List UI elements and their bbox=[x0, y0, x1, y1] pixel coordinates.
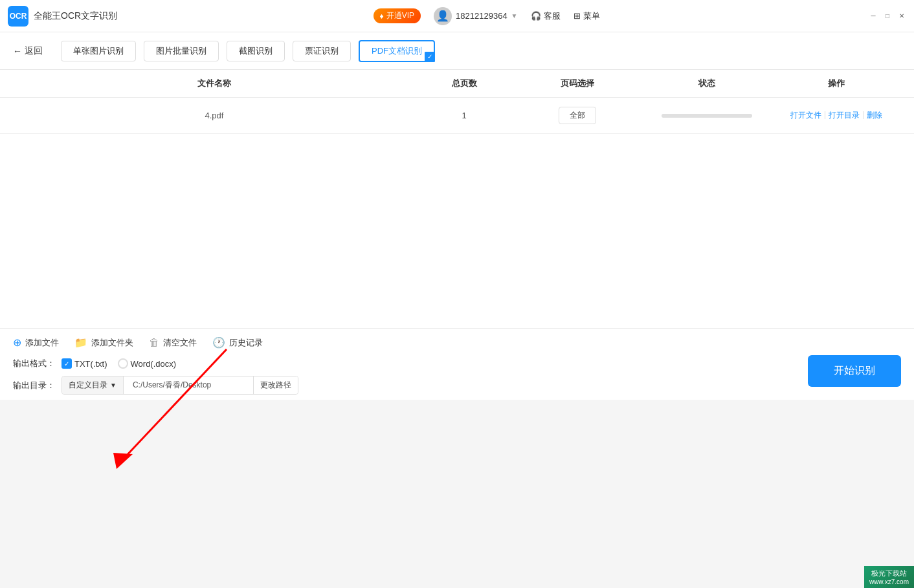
clear-files-button[interactable]: 🗑 清空文件 bbox=[149, 337, 197, 349]
toolbar: ← 返回 单张图片识别 图片批量识别 截图识别 票证识别 PDF文档识别 ✓ bbox=[0, 32, 914, 70]
vip-button[interactable]: ♦ 开通VIP bbox=[373, 8, 421, 23]
menu-button[interactable]: ⊞ 菜单 bbox=[574, 10, 600, 22]
change-path-button[interactable]: 更改路径 bbox=[253, 376, 298, 394]
history-button[interactable]: 🕐 历史记录 bbox=[212, 336, 263, 349]
format-label: 输出格式： bbox=[13, 358, 55, 369]
add-file-button[interactable]: ⊕ 添加文件 bbox=[13, 336, 59, 349]
bottom-settings: 输出格式： ✓ TXT(.txt) Word(.docx) bbox=[13, 358, 901, 369]
back-arrow-icon: ← bbox=[13, 46, 22, 56]
dir-label: 输出目录： bbox=[13, 380, 55, 391]
minimize-button[interactable]: ─ bbox=[869, 12, 878, 21]
format-docx[interactable]: Word(.docx) bbox=[118, 358, 177, 369]
cell-pages: 1 bbox=[416, 111, 513, 120]
format-radio-group: ✓ TXT(.txt) Word(.docx) bbox=[61, 358, 176, 369]
separator-1: | bbox=[824, 110, 826, 121]
tab-batch-image[interactable]: 图片批量识别 bbox=[144, 41, 219, 61]
page-select-button[interactable]: 全部 bbox=[559, 107, 596, 124]
table-header: 文件名称 总页数 页码选择 状态 操作 bbox=[0, 70, 914, 98]
dir-row: 输出目录： 自定义目录 ▼ C:/Users/香香/Desktop 更改路径 bbox=[13, 376, 901, 395]
close-button[interactable]: ✕ bbox=[897, 12, 906, 21]
folder-plus-icon: 📁 bbox=[74, 336, 87, 349]
tab-pdf[interactable]: PDF文档识别 ✓ bbox=[359, 40, 435, 62]
dir-select: 自定义目录 ▼ C:/Users/香香/Desktop 更改路径 bbox=[61, 376, 298, 395]
content-area bbox=[0, 134, 914, 328]
bottom-bar: ⊕ 添加文件 📁 添加文件夹 🗑 清空文件 🕐 历史记录 输出格式： ✓ TXT… bbox=[0, 328, 914, 400]
cell-status bbox=[642, 114, 772, 118]
window-controls: ─ □ ✕ bbox=[869, 12, 906, 21]
tab-single-image[interactable]: 单张图片识别 bbox=[61, 41, 136, 61]
maximize-button[interactable]: □ bbox=[883, 12, 892, 21]
watermark: 极光下载站 www.xz7.com bbox=[864, 566, 914, 588]
col-pages: 总页数 bbox=[416, 78, 513, 89]
trash-icon: 🗑 bbox=[149, 337, 159, 349]
col-filename: 文件名称 bbox=[13, 78, 416, 89]
clock-icon: 🕐 bbox=[212, 336, 225, 349]
app-title: 全能王OCR文字识别 bbox=[34, 10, 117, 22]
start-button[interactable]: 开始识别 bbox=[808, 355, 901, 387]
grid-icon: ⊞ bbox=[574, 11, 581, 21]
dir-option-dropdown[interactable]: 自定义目录 ▼ bbox=[62, 376, 124, 394]
delete-link[interactable]: 删除 bbox=[867, 110, 882, 121]
diamond-icon: ♦ bbox=[380, 12, 384, 21]
radio-unchecked-icon bbox=[118, 358, 128, 369]
separator-2: | bbox=[862, 110, 864, 121]
open-file-link[interactable]: 打开文件 bbox=[790, 110, 821, 121]
table-row: 4.pdf 1 全部 打开文件 | 打开目录 | 删除 bbox=[0, 98, 914, 134]
tab-screenshot[interactable]: 截图识别 bbox=[227, 41, 285, 61]
kefu-button[interactable]: 🎧 客服 bbox=[531, 10, 561, 22]
dropdown-icon: ▼ bbox=[511, 12, 518, 19]
open-dir-link[interactable]: 打开目录 bbox=[829, 110, 860, 121]
svg-marker-1 bbox=[113, 453, 133, 469]
cell-filename: 4.pdf bbox=[13, 111, 416, 120]
col-status: 状态 bbox=[642, 78, 772, 89]
col-page-select: 页码选择 bbox=[513, 78, 642, 89]
checked-icon: ✓ bbox=[61, 358, 72, 369]
progress-bar bbox=[662, 114, 752, 118]
back-button[interactable]: ← 返回 bbox=[13, 45, 43, 57]
chevron-down-icon: ▼ bbox=[110, 382, 117, 389]
format-row: 输出格式： ✓ TXT(.txt) Word(.docx) bbox=[13, 358, 176, 369]
user-info: 👤 18212129364 ▼ bbox=[434, 7, 517, 25]
format-txt[interactable]: ✓ TXT(.txt) bbox=[61, 358, 107, 369]
app-logo: OCR bbox=[8, 6, 28, 27]
avatar: 👤 bbox=[434, 7, 452, 25]
add-folder-button[interactable]: 📁 添加文件夹 bbox=[74, 336, 133, 349]
main-content: 文件名称 总页数 页码选择 状态 操作 4.pdf 1 全部 打开文件 | 打开… bbox=[0, 70, 914, 328]
dir-path: C:/Users/香香/Desktop bbox=[124, 376, 253, 394]
user-id: 18212129364 bbox=[456, 11, 507, 21]
titlebar: OCR 全能王OCR文字识别 ♦ 开通VIP 👤 18212129364 ▼ 🎧… bbox=[0, 0, 914, 32]
cell-page-select: 全部 bbox=[513, 107, 642, 124]
plus-circle-icon: ⊕ bbox=[13, 336, 21, 349]
active-check-icon: ✓ bbox=[425, 52, 435, 62]
col-actions: 操作 bbox=[772, 78, 901, 89]
cell-actions: 打开文件 | 打开目录 | 删除 bbox=[772, 110, 901, 121]
tab-ticket[interactable]: 票证识别 bbox=[293, 41, 351, 61]
bottom-actions: ⊕ 添加文件 📁 添加文件夹 🗑 清空文件 🕐 历史记录 bbox=[13, 336, 901, 349]
titlebar-center: ♦ 开通VIP 👤 18212129364 ▼ 🎧 客服 ⊞ 菜单 bbox=[117, 7, 856, 25]
headphone-icon: 🎧 bbox=[531, 11, 541, 21]
